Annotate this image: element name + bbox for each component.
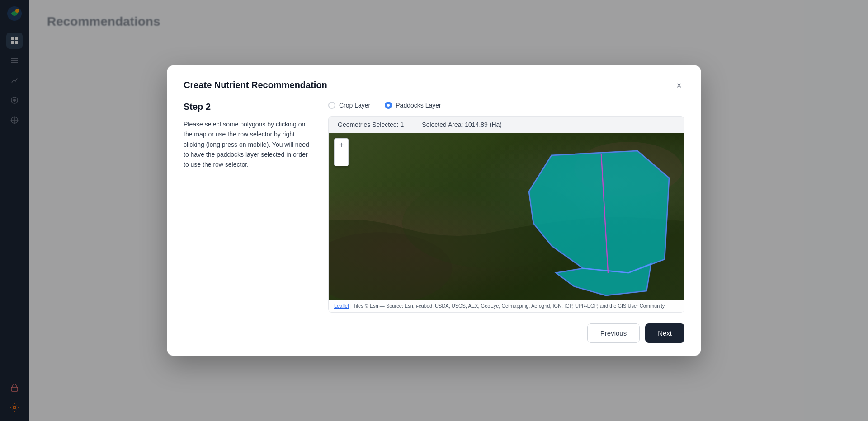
next-button[interactable]: Next: [645, 323, 684, 343]
step-label: Step 2: [184, 102, 310, 112]
modal-title: Create Nutrient Recommendation: [184, 80, 327, 90]
paddocks-layer-label: Paddocks Layer: [396, 102, 441, 109]
close-button[interactable]: ×: [674, 80, 684, 91]
right-panel: Crop Layer Paddocks Layer Geometries Sel…: [328, 102, 684, 313]
selected-area: Selected Area: 1014.89 (Ha): [422, 121, 502, 128]
leaflet-link[interactable]: Leaflet: [334, 303, 349, 309]
paddocks-layer-radio[interactable]: [385, 102, 392, 109]
zoom-controls: + −: [334, 138, 349, 166]
geometries-selected: Geometries Selected: 1: [338, 121, 404, 128]
map-stats-bar: Geometries Selected: 1 Selected Area: 10…: [329, 117, 684, 133]
zoom-out-button[interactable]: −: [335, 152, 348, 166]
attribution-text: | Tiles © Esri — Source: Esri, i-cubed, …: [350, 303, 665, 309]
modal-overlay: Create Nutrient Recommendation × Step 2 …: [0, 0, 868, 421]
modal-dialog: Create Nutrient Recommendation × Step 2 …: [167, 65, 701, 356]
crop-layer-radio[interactable]: [328, 102, 335, 109]
map-area[interactable]: + −: [329, 133, 684, 300]
step-description: Please select some polygons by clicking …: [184, 119, 310, 170]
modal-footer: Previous Next: [184, 323, 684, 343]
paddocks-layer-option[interactable]: Paddocks Layer: [385, 102, 441, 109]
left-panel: Step 2 Please select some polygons by cl…: [184, 102, 310, 313]
modal-body: Step 2 Please select some polygons by cl…: [184, 102, 684, 313]
crop-layer-label: Crop Layer: [339, 102, 370, 109]
layer-selector: Crop Layer Paddocks Layer: [328, 102, 684, 109]
zoom-in-button[interactable]: +: [335, 139, 348, 152]
previous-button[interactable]: Previous: [587, 323, 640, 343]
map-wrapper: Geometries Selected: 1 Selected Area: 10…: [328, 116, 684, 313]
crop-layer-option[interactable]: Crop Layer: [328, 102, 370, 109]
field-polygon-svg: [329, 133, 684, 300]
map-attribution: Leaflet | Tiles © Esri — Source: Esri, i…: [329, 300, 684, 312]
modal-header: Create Nutrient Recommendation ×: [184, 80, 684, 91]
